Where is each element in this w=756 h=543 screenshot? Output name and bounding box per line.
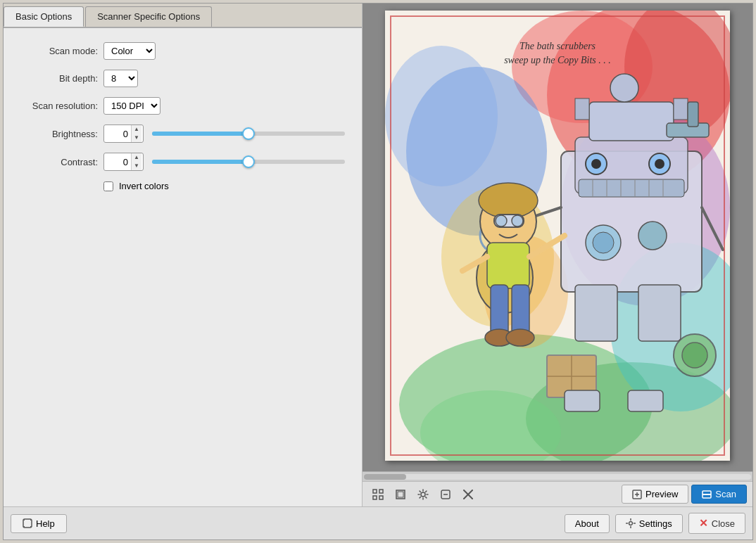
- svg-point-48: [496, 215, 507, 226]
- zoom-page-icon: [395, 489, 406, 500]
- settings-button[interactable]: Settings: [615, 514, 683, 533]
- svg-point-56: [506, 329, 534, 346]
- brightness-slider-fill: [152, 132, 248, 136]
- svg-point-49: [512, 215, 523, 226]
- gear-icon: [417, 489, 429, 500]
- scan-image-svg: The bath scrubbers sweep up the Copy Bit…: [385, 11, 730, 461]
- settings-icon: [626, 518, 636, 528]
- preview-button[interactable]: Preview: [622, 485, 688, 504]
- about-button[interactable]: About: [565, 514, 610, 533]
- svg-point-17: [591, 159, 601, 169]
- scan-button[interactable]: Scan: [691, 485, 747, 504]
- svg-rect-57: [565, 390, 600, 411]
- brightness-slider-track[interactable]: [152, 132, 345, 136]
- bit-depth-select[interactable]: 8 16: [103, 70, 138, 87]
- svg-rect-64: [373, 490, 377, 493]
- scan-resolution-row: Scan resolution: 75 DPI 150 DPI 300 DPI …: [20, 97, 345, 115]
- zoom-fit-button[interactable]: [368, 485, 388, 504]
- close-icon: ✕: [699, 517, 708, 530]
- preview-toolbar: Preview Scan: [363, 481, 752, 506]
- contrast-slider-fill: [152, 160, 248, 164]
- svg-rect-34: [638, 285, 681, 341]
- brightness-label: Brightness:: [20, 129, 98, 139]
- brightness-down[interactable]: ▼: [132, 134, 141, 142]
- scan-mode-label: Scan mode:: [20, 46, 98, 56]
- scan-resolution-select[interactable]: 75 DPI 150 DPI 300 DPI 600 DPI: [103, 97, 160, 115]
- brightness-slider-thumb[interactable]: [242, 127, 255, 140]
- preview-icon: [632, 490, 642, 499]
- zoom-fit-icon: [372, 489, 384, 500]
- zoom-out-icon: [440, 489, 451, 500]
- scan-preview-area: The bath scrubbers sweep up the Copy Bit…: [363, 4, 752, 471]
- delete-button[interactable]: [458, 485, 478, 504]
- svg-text:sweep up the Copy Bits . . .: sweep up the Copy Bits . . .: [504, 55, 611, 65]
- svg-rect-19: [579, 179, 684, 197]
- svg-rect-53: [491, 285, 508, 334]
- contrast-input-wrap: 0 ▲ ▼: [103, 153, 144, 171]
- invert-colors-label[interactable]: Invert colors: [119, 181, 169, 191]
- contrast-spin: ▲ ▼: [131, 153, 141, 170]
- scrollbar-track: [364, 474, 751, 480]
- brightness-input-wrap: 0 ▲ ▼: [103, 124, 144, 143]
- svg-rect-69: [398, 492, 403, 497]
- svg-point-46: [479, 183, 538, 218]
- tab-basic[interactable]: Basic Options: [4, 6, 84, 27]
- scan-image-frame: The bath scrubbers sweep up the Copy Bit…: [385, 11, 730, 461]
- content-area: Basic Options Scanner Specific Options S…: [4, 4, 752, 506]
- svg-point-40: [682, 343, 707, 368]
- svg-point-27: [610, 74, 638, 102]
- contrast-up[interactable]: ▲: [132, 153, 141, 162]
- svg-rect-67: [379, 496, 383, 499]
- options-form: Scan mode: Color Gray Lineart Bit depth:…: [4, 28, 362, 205]
- svg-point-18: [655, 159, 664, 169]
- delete-icon: [463, 490, 473, 499]
- scan-mode-select[interactable]: Color Gray Lineart: [103, 42, 156, 60]
- brightness-row: Brightness: 0 ▲ ▼: [20, 124, 345, 143]
- close-button[interactable]: ✕ Close: [688, 513, 745, 534]
- contrast-row: Contrast: 0 ▲ ▼: [20, 153, 345, 171]
- svg-point-31: [593, 232, 614, 253]
- tab-scanner[interactable]: Scanner Specific Options: [85, 6, 212, 27]
- svg-rect-54: [512, 285, 529, 334]
- main-window: Basic Options Scanner Specific Options S…: [3, 3, 753, 540]
- svg-point-32: [638, 222, 667, 250]
- brightness-input[interactable]: 0: [104, 127, 131, 141]
- svg-rect-29: [674, 98, 688, 120]
- scan-resolution-label: Scan resolution:: [20, 101, 98, 111]
- help-icon: [23, 518, 32, 528]
- tab-bar: Basic Options Scanner Specific Options: [4, 4, 362, 28]
- svg-rect-66: [373, 496, 377, 499]
- contrast-down[interactable]: ▼: [132, 162, 141, 170]
- svg-point-85: [629, 522, 632, 525]
- contrast-label: Contrast:: [20, 157, 98, 167]
- settings-icon-button[interactable]: [413, 485, 433, 504]
- zoom-out-button[interactable]: [436, 485, 455, 504]
- svg-text:The bath scrubbers: The bath scrubbers: [519, 41, 596, 51]
- brightness-spin: ▲ ▼: [131, 125, 141, 142]
- left-panel: Basic Options Scanner Specific Options S…: [4, 4, 363, 506]
- invert-colors-row: Invert colors: [103, 181, 345, 191]
- right-panel: The bath scrubbers sweep up the Copy Bit…: [363, 4, 752, 506]
- contrast-slider-track[interactable]: [152, 160, 345, 164]
- svg-rect-58: [628, 390, 663, 411]
- scrollbar-thumb[interactable]: [364, 474, 406, 480]
- zoom-page-button[interactable]: [391, 485, 410, 504]
- svg-rect-28: [575, 98, 589, 120]
- svg-rect-60: [688, 102, 698, 127]
- help-button[interactable]: Help: [11, 514, 67, 533]
- brightness-up[interactable]: ▲: [132, 125, 141, 134]
- scan-icon: [702, 490, 712, 499]
- svg-rect-65: [379, 490, 383, 493]
- svg-rect-50: [487, 243, 529, 288]
- bit-depth-row: Bit depth: 8 16: [20, 70, 345, 87]
- svg-rect-33: [575, 285, 617, 341]
- svg-rect-26: [589, 102, 674, 141]
- bit-depth-label: Bit depth:: [20, 73, 98, 84]
- contrast-input[interactable]: 0: [104, 155, 131, 170]
- scan-mode-row: Scan mode: Color Gray Lineart: [20, 42, 345, 60]
- contrast-slider-thumb[interactable]: [242, 155, 255, 168]
- svg-point-5: [385, 46, 498, 186]
- invert-colors-checkbox[interactable]: [103, 181, 113, 191]
- preview-scrollbar[interactable]: [363, 471, 752, 481]
- svg-point-70: [421, 492, 425, 497]
